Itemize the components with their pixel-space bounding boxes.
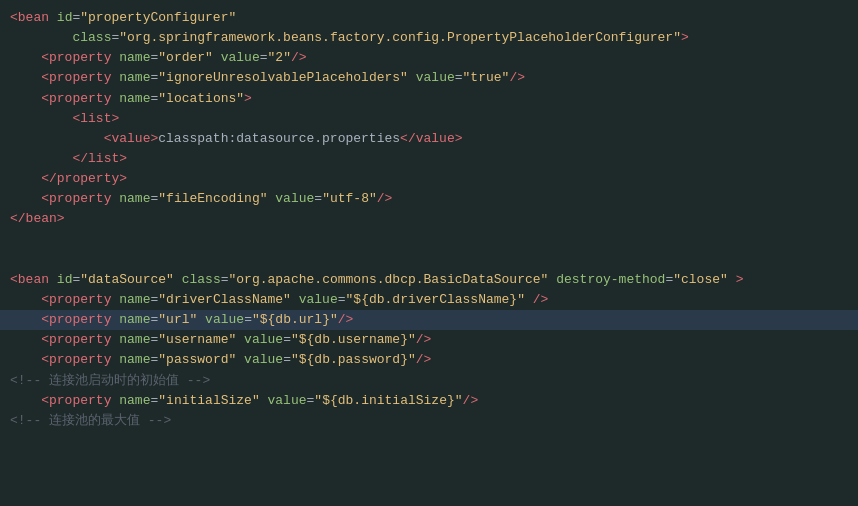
code-line: <property name="locations">	[0, 89, 858, 109]
code-line: <property name="url" value="${db.url}"/>	[0, 310, 858, 330]
code-line: <property name="ignoreUnresolvablePlaceh…	[0, 68, 858, 88]
code-line: <!-- 连接池的最大值 -->	[0, 411, 858, 431]
code-line: <property name="username" value="${db.us…	[0, 330, 858, 350]
code-line	[0, 230, 858, 250]
code-line: </property>	[0, 169, 858, 189]
code-line: <property name="order" value="2"/>	[0, 48, 858, 68]
code-line: <property name="initialSize" value="${db…	[0, 391, 858, 411]
code-line: </bean>	[0, 209, 858, 229]
code-line: <property name="driverClassName" value="…	[0, 290, 858, 310]
code-line: </list>	[0, 149, 858, 169]
code-editor: <bean id="propertyConfigurer" class="org…	[0, 0, 858, 506]
code-line	[0, 250, 858, 270]
code-line: <property name="fileEncoding" value="utf…	[0, 189, 858, 209]
code-line: <!-- 连接池启动时的初始值 -->	[0, 371, 858, 391]
code-line: class="org.springframework.beans.factory…	[0, 28, 858, 48]
code-line: <value>classpath:datasource.properties</…	[0, 129, 858, 149]
code-line: <bean id="dataSource" class="org.apache.…	[0, 270, 858, 290]
code-line: <bean id="propertyConfigurer"	[0, 8, 858, 28]
code-line: <list>	[0, 109, 858, 129]
code-content: <bean id="propertyConfigurer" class="org…	[0, 8, 858, 431]
code-line: <property name="password" value="${db.pa…	[0, 350, 858, 370]
